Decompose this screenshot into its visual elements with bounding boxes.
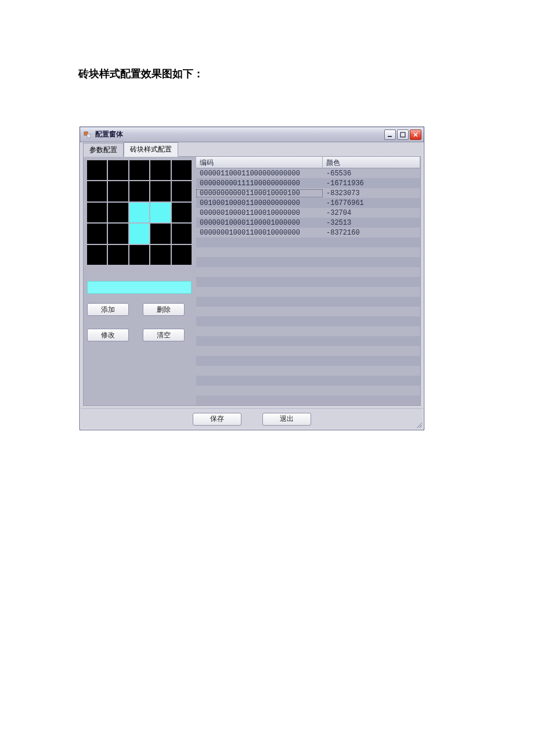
table-row-empty [196, 386, 420, 395]
table-row[interactable]: 000001100011000000000000-65536 [196, 168, 420, 178]
grid-cell[interactable] [108, 245, 128, 265]
delete-button[interactable]: 删除 [143, 303, 185, 316]
table-row-empty [196, 336, 420, 346]
grid-cell[interactable] [150, 160, 170, 180]
cell-code: 000000000001100010000100 [196, 189, 323, 197]
table-row[interactable]: 000000000001100010000100-8323073 [196, 188, 420, 198]
cell-color: -8323073 [323, 189, 420, 197]
cell-code: 000000100001100001000000 [196, 219, 323, 227]
titlebar[interactable]: 配置窗体 [80, 127, 424, 142]
grid-cell[interactable] [87, 203, 107, 222]
table-row[interactable]: 001000100001100000000000-16776961 [196, 198, 420, 208]
table-row-empty [196, 257, 420, 267]
grid-cell[interactable] [108, 224, 128, 243]
svg-rect-3 [400, 132, 405, 137]
window-title: 配置窗体 [95, 129, 381, 139]
close-button[interactable] [410, 129, 421, 140]
grid-cell[interactable] [108, 203, 128, 222]
cell-color: -16711936 [323, 179, 420, 188]
left-pane: 添加 删除 修改 清空 [84, 157, 196, 405]
clear-button[interactable]: 清空 [143, 329, 185, 341]
table-row[interactable]: 000000010001100010000000-8372160 [196, 228, 420, 237]
grid-cell[interactable] [150, 203, 170, 222]
grid-cell[interactable] [87, 160, 107, 180]
grid-cell[interactable] [129, 245, 149, 265]
grid-cell[interactable] [108, 160, 128, 180]
grid-cell[interactable] [172, 160, 192, 180]
modify-button[interactable]: 修改 [87, 329, 129, 341]
grid-cell[interactable] [87, 245, 107, 265]
table-row-empty [196, 277, 420, 287]
add-button[interactable]: 添加 [87, 303, 129, 316]
tab-block-style-config[interactable]: 砖块样式配置 [124, 142, 178, 157]
table-row[interactable]: 000000000111100000000000-16711936 [196, 178, 420, 188]
grid-cell[interactable] [87, 181, 107, 201]
listview-header: 编码 颜色 [196, 157, 420, 168]
table-row-empty [196, 326, 420, 336]
grid-cell[interactable] [108, 181, 128, 201]
style-listview[interactable]: 编码 颜色 000001100011000000000000-655360000… [196, 157, 420, 405]
app-icon [84, 131, 92, 139]
grid-cell[interactable] [172, 224, 192, 243]
cell-code: 000000100001100010000000 [196, 209, 323, 217]
window-buttons [384, 129, 421, 140]
minimize-button[interactable] [384, 129, 396, 140]
header-code[interactable]: 编码 [196, 157, 323, 168]
grid-cell[interactable] [172, 181, 192, 201]
grid-cell[interactable] [172, 203, 192, 222]
maximize-button[interactable] [397, 129, 409, 140]
tab-content: 添加 删除 修改 清空 编码 颜色 0000011000110000000000… [83, 156, 421, 406]
table-row-empty [196, 247, 420, 257]
cell-code: 001000100001100000000000 [196, 199, 323, 207]
bottom-bar: 保存 退出 [81, 408, 423, 429]
grid-cell[interactable] [150, 245, 170, 265]
grid-cell[interactable] [172, 245, 192, 265]
cell-code: 000001100011000000000000 [196, 170, 323, 178]
exit-button[interactable]: 退出 [262, 413, 311, 426]
table-row-empty [196, 356, 420, 366]
color-preview[interactable] [87, 281, 192, 294]
table-row-empty [196, 287, 420, 297]
page-caption: 砖块样式配置效果图如下： [78, 67, 204, 81]
save-button[interactable]: 保存 [193, 413, 241, 426]
grid-cell[interactable] [150, 224, 170, 243]
resize-grip-icon[interactable] [415, 421, 422, 428]
table-row[interactable]: 000000100001100001000000-32513 [196, 218, 420, 228]
config-window: 配置窗体 参数配置 砖块样式配置 添加 删除 [80, 127, 424, 430]
table-row-empty [196, 267, 420, 277]
grid-cell[interactable] [129, 224, 149, 243]
svg-rect-2 [388, 136, 392, 137]
listview-body[interactable]: 000001100011000000000000-655360000000001… [196, 168, 420, 405]
tab-param-config[interactable]: 参数配置 [83, 143, 124, 157]
grid-cell[interactable] [150, 181, 170, 201]
cell-color: -8372160 [323, 229, 420, 237]
grid-cell[interactable] [129, 203, 149, 222]
table-row-empty [196, 237, 420, 247]
block-grid[interactable] [87, 160, 192, 265]
table-row-empty [196, 297, 420, 307]
svg-rect-1 [87, 134, 91, 138]
cell-color: -65536 [323, 170, 420, 178]
table-row[interactable]: 000000100001100010000000-32704 [196, 208, 420, 218]
client-area: 参数配置 砖块样式配置 添加 删除 修改 清空 编码 [80, 142, 424, 430]
table-row-empty [196, 346, 420, 356]
cell-color: -32513 [323, 219, 420, 227]
tabs-strip: 参数配置 砖块样式配置 [81, 142, 423, 156]
table-row-empty [196, 376, 420, 386]
table-row-empty [196, 307, 420, 316]
header-color[interactable]: 颜色 [323, 157, 420, 168]
cell-code: 000000010001100010000000 [196, 229, 323, 237]
grid-cell[interactable] [129, 181, 149, 201]
grid-cell[interactable] [129, 160, 149, 180]
cell-color: -16776961 [323, 199, 420, 207]
table-row-empty [196, 366, 420, 376]
cell-color: -32704 [323, 209, 420, 217]
table-row-empty [196, 316, 420, 326]
cell-code: 000000000111100000000000 [196, 179, 323, 188]
grid-cell[interactable] [87, 224, 107, 243]
right-pane: 编码 颜色 000001100011000000000000-655360000… [196, 157, 420, 405]
